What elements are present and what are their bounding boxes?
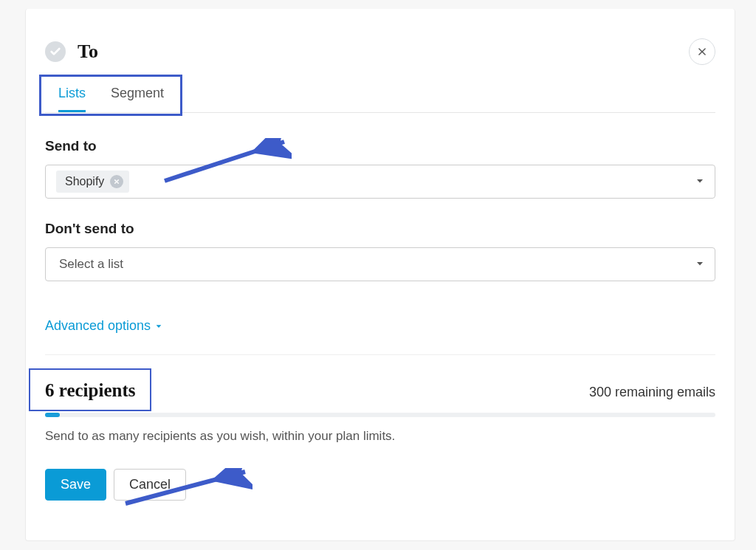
tabs-container: Lists Segment xyxy=(45,86,715,113)
chip-remove-icon[interactable] xyxy=(110,175,123,188)
chevron-down-icon xyxy=(695,258,704,271)
save-button[interactable]: Save xyxy=(45,469,106,501)
dont-send-to-label: Don't send to xyxy=(45,221,715,237)
to-panel: To Lists Segment Send to Shopify xyxy=(25,9,735,541)
remaining-emails: 300 remaining emails xyxy=(589,385,715,400)
recipients-progress-fill xyxy=(45,413,60,417)
button-row: Save Cancel xyxy=(45,469,715,501)
chip-label: Shopify xyxy=(65,175,104,188)
send-to-chip: Shopify xyxy=(56,171,129,193)
svg-marker-4 xyxy=(697,179,703,183)
svg-marker-6 xyxy=(157,325,162,328)
recipients-count: 6 recipients xyxy=(45,380,135,401)
tab-segment[interactable]: Segment xyxy=(111,86,164,112)
recipients-progress xyxy=(45,413,715,417)
caret-down-icon xyxy=(155,323,162,330)
panel-title: To xyxy=(78,41,98,63)
advanced-options-label: Advanced options xyxy=(45,318,151,334)
close-button[interactable] xyxy=(689,38,715,65)
cancel-button[interactable]: Cancel xyxy=(114,469,186,501)
dont-send-to-group: Don't send to Select a list xyxy=(45,221,715,281)
send-to-label: Send to xyxy=(45,138,715,154)
panel-header: To xyxy=(45,38,715,65)
dont-send-to-select[interactable]: Select a list xyxy=(45,247,715,281)
dont-send-to-placeholder: Select a list xyxy=(56,257,123,272)
svg-marker-5 xyxy=(697,262,703,266)
recipients-hint: Send to as many recipients as you wish, … xyxy=(45,429,715,444)
chevron-down-icon xyxy=(695,175,704,188)
status-check-icon xyxy=(45,41,66,62)
recipients-row: 6 recipients 300 remaining emails xyxy=(45,380,715,401)
divider xyxy=(45,354,715,355)
send-to-select[interactable]: Shopify xyxy=(45,165,715,199)
header-left: To xyxy=(45,41,98,63)
send-to-group: Send to Shopify xyxy=(45,138,715,199)
advanced-options-link[interactable]: Advanced options xyxy=(45,318,162,334)
tab-lists[interactable]: Lists xyxy=(58,86,86,112)
